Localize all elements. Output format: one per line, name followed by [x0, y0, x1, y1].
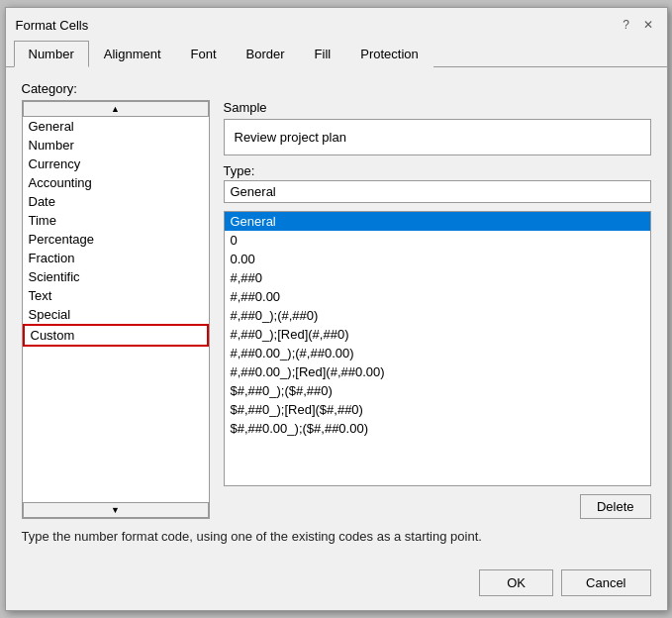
sample-section: Sample Review project plan	[224, 100, 651, 155]
list-item[interactable]: Currency	[23, 154, 209, 173]
delete-button[interactable]: Delete	[580, 494, 651, 519]
category-label: Category:	[22, 81, 651, 96]
list-item[interactable]: General	[23, 117, 209, 136]
tab-bar: Number Alignment Font Border Fill Protec…	[6, 40, 667, 67]
type-list-container: General 0 0.00 #,##0 #,##0.00 #,##0_);(#…	[224, 211, 651, 486]
list-item-custom[interactable]: Custom	[23, 324, 209, 347]
list-item[interactable]: Time	[23, 211, 209, 230]
type-list-item[interactable]: $#,##0.00_);($#,##0.00)	[225, 419, 650, 438]
left-panel: ▲ General Number Currency Accounting Dat…	[22, 100, 210, 519]
ok-button[interactable]: OK	[479, 569, 553, 596]
category-list-container: ▲ General Number Currency Accounting Dat…	[22, 100, 210, 519]
type-list-item[interactable]: #,##0_);[Red](#,##0)	[225, 325, 650, 344]
type-list-item[interactable]: $#,##0_);[Red]($#,##0)	[225, 400, 650, 419]
bottom-buttons: OK Cancel	[6, 558, 667, 610]
type-list-item[interactable]: #,##0.00_);[Red](#,##0.00)	[225, 362, 650, 381]
right-panel: Sample Review project plan Type: General…	[224, 100, 651, 519]
description-text: Type the number format code, using one o…	[22, 529, 651, 544]
type-list-item-general[interactable]: General	[225, 212, 650, 231]
type-label: Type:	[224, 163, 651, 178]
close-button[interactable]: ✕	[639, 16, 657, 34]
cancel-button[interactable]: Cancel	[561, 569, 650, 596]
format-cells-dialog: Format Cells ? ✕ Number Alignment Font B…	[5, 7, 668, 611]
type-input[interactable]	[224, 180, 651, 203]
sample-box: Review project plan	[224, 119, 651, 155]
type-list-item[interactable]: #,##0.00	[225, 287, 650, 306]
tab-font[interactable]: Font	[176, 41, 232, 67]
list-item[interactable]: Date	[23, 192, 209, 211]
type-list-item[interactable]: #,##0.00_);(#,##0.00)	[225, 344, 650, 362]
help-button[interactable]: ?	[618, 16, 635, 34]
type-list-item[interactable]: #,##0_);(#,##0)	[225, 306, 650, 325]
tab-alignment[interactable]: Alignment	[89, 41, 176, 67]
type-list-item[interactable]: #,##0	[225, 268, 650, 287]
tab-protection[interactable]: Protection	[345, 41, 433, 67]
main-row: ▲ General Number Currency Accounting Dat…	[22, 100, 651, 519]
category-list-scroll[interactable]: General Number Currency Accounting Date …	[23, 117, 209, 502]
sample-value: Review project plan	[235, 126, 640, 149]
title-bar: Format Cells ? ✕	[6, 8, 667, 38]
sample-label: Sample	[224, 100, 651, 115]
list-item[interactable]: Fraction	[23, 249, 209, 267]
scroll-up-btn[interactable]: ▲	[23, 101, 209, 117]
tab-content: Category: ▲ General Number Currency Acco…	[6, 67, 667, 558]
list-item[interactable]: Scientific	[23, 267, 209, 286]
type-section: Type:	[224, 163, 651, 203]
type-list-item[interactable]: $#,##0_);($#,##0)	[225, 381, 650, 400]
tab-border[interactable]: Border	[232, 41, 300, 67]
type-list-item[interactable]: 0	[225, 231, 650, 250]
list-item[interactable]: Accounting	[23, 173, 209, 192]
list-item[interactable]: Number	[23, 136, 209, 154]
tab-fill[interactable]: Fill	[300, 41, 346, 67]
list-item[interactable]: Percentage	[23, 230, 209, 249]
dialog-title: Format Cells	[16, 18, 89, 33]
type-list-item[interactable]: 0.00	[225, 250, 650, 268]
delete-btn-row: Delete	[224, 494, 651, 519]
list-item-special[interactable]: Special	[23, 305, 209, 324]
tab-number[interactable]: Number	[14, 41, 89, 67]
title-bar-buttons: ? ✕	[618, 16, 657, 34]
list-item-text[interactable]: Text	[23, 286, 209, 305]
scroll-down-btn[interactable]: ▼	[23, 502, 209, 518]
type-list-scroll[interactable]: General 0 0.00 #,##0 #,##0.00 #,##0_);(#…	[225, 212, 650, 485]
